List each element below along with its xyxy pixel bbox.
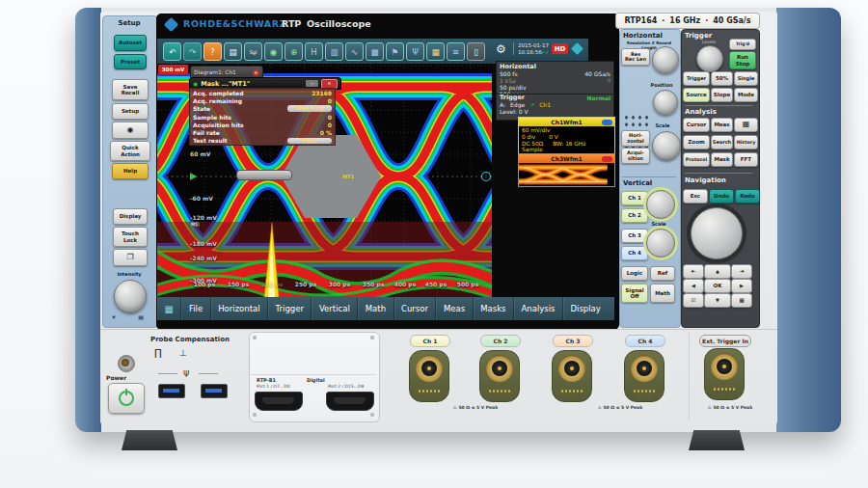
help-icon[interactable]: ? xyxy=(203,42,222,61)
minimize-icon[interactable]: — xyxy=(306,80,318,87)
display-icon[interactable]: ▩ xyxy=(366,42,384,61)
close-icon[interactable]: ✕ xyxy=(253,69,259,76)
checkbox-key-icon[interactable]: ☑ xyxy=(683,293,704,308)
up-key-icon[interactable]: ▲ xyxy=(704,264,731,279)
menu-item-masks[interactable]: Masks xyxy=(473,297,513,320)
meas-button[interactable]: Meas xyxy=(711,118,733,132)
ok-key[interactable]: OK xyxy=(704,279,731,293)
undo-button[interactable]: Undo xyxy=(709,189,734,203)
ref-button[interactable]: Ref xyxy=(650,266,675,281)
navigation-knob[interactable] xyxy=(691,207,743,259)
menu-item-horizontal[interactable]: Horizontal xyxy=(210,297,267,320)
single-acquisition-icon[interactable]: Sgl xyxy=(244,42,262,61)
trigger-level-marker[interactable] xyxy=(190,173,197,180)
menu-item-file[interactable]: File xyxy=(180,297,209,320)
home-key-icon[interactable]: ⇤ xyxy=(683,264,704,279)
preset-button[interactable]: Preset xyxy=(114,54,147,69)
waveform-icon[interactable]: ∿ xyxy=(345,42,364,61)
logic-button[interactable]: Logic xyxy=(621,266,648,281)
mask-button[interactable]: Mask xyxy=(711,152,733,167)
ch1-bandwidth: BW: 16 GHz xyxy=(553,141,585,148)
vertical-scale-knob[interactable] xyxy=(646,229,675,258)
menu-item-math[interactable]: Math xyxy=(357,297,393,320)
protocol-button[interactable]: Protocol xyxy=(683,152,710,167)
acquisition-button[interactable]: Acqui- sition xyxy=(621,148,650,164)
mask-position-slider[interactable] xyxy=(236,170,292,180)
left-key-icon[interactable]: ◀ xyxy=(683,279,704,293)
run-stop-button[interactable]: Run Stop xyxy=(729,51,756,69)
horizontal-position-knob[interactable] xyxy=(653,90,678,115)
menu-item-cursor[interactable]: Cursor xyxy=(393,297,436,320)
channel4-button[interactable]: Ch 4 xyxy=(621,246,648,260)
zoom-button[interactable]: Zoom xyxy=(683,135,710,149)
single-button[interactable]: Single xyxy=(734,71,758,86)
record-length-knob[interactable] xyxy=(652,46,679,73)
touch-lock-button[interactable]: Touch Lock xyxy=(113,227,148,247)
quick-action-button[interactable]: Quick Action xyxy=(110,141,150,161)
power-button[interactable] xyxy=(108,383,145,414)
screenshot-icon[interactable]: ◉ xyxy=(264,42,283,61)
trigger-level-knob[interactable] xyxy=(696,45,723,72)
divider xyxy=(685,105,752,106)
setup-button[interactable]: Setup xyxy=(112,103,149,120)
search-icon[interactable]: H xyxy=(305,42,323,61)
res-reclen-button[interactable]: Res Rec Len xyxy=(621,48,650,66)
display-button[interactable]: Display xyxy=(113,208,148,225)
demod-icon[interactable]: Ψ xyxy=(406,42,424,61)
history-button[interactable]: History xyxy=(734,135,758,149)
source-button[interactable]: Source xyxy=(683,88,710,102)
save-recall-button[interactable]: Save Recall xyxy=(112,79,149,100)
open-file-icon[interactable]: ▤ xyxy=(224,42,242,61)
menu-item-display[interactable]: Display xyxy=(562,297,608,320)
camera-icon[interactable]: ◉ xyxy=(112,122,149,139)
zoom-icon[interactable]: ⊕ xyxy=(285,42,303,61)
right-key-icon[interactable]: ▶ xyxy=(731,279,752,293)
menu-item-meas[interactable]: Meas xyxy=(435,297,472,320)
cascade-windows-icon[interactable]: ❐ xyxy=(113,249,148,266)
fifty-percent-button[interactable]: 50% xyxy=(711,71,733,86)
search-button[interactable]: Search xyxy=(711,135,733,149)
x-axis-label: 100 ps xyxy=(190,281,219,287)
clipboard-icon[interactable]: ▯ xyxy=(467,42,485,61)
signal-off-button[interactable]: Signal Off xyxy=(621,284,648,303)
autoset-button[interactable]: Autoset xyxy=(114,35,147,51)
channel3-button[interactable]: Ch 3 xyxy=(621,229,648,243)
annotation-icon[interactable]: ⚑ xyxy=(386,42,404,61)
slope-button[interactable]: Slope xyxy=(711,88,733,102)
redo-button[interactable]: Redo xyxy=(735,189,760,203)
position-label: Position xyxy=(642,82,681,88)
print-icon[interactable]: ≡ xyxy=(447,42,465,61)
bus-icon[interactable]: ▦ xyxy=(426,42,445,61)
end-key-icon[interactable]: ⇥ xyxy=(731,264,752,279)
math-button[interactable]: Math xyxy=(650,284,675,303)
intensity-knob[interactable] xyxy=(114,280,147,312)
channel1-button[interactable]: Ch 1 xyxy=(621,191,648,205)
menu-key-icon[interactable]: ▦ xyxy=(731,293,752,308)
vertical-position-knob[interactable] xyxy=(646,190,675,219)
ch3-signal-box[interactable]: Ch3Wfm1 xyxy=(518,153,615,187)
mode-button[interactable]: Mode xyxy=(734,88,758,102)
close-icon[interactable]: ✕ xyxy=(321,79,338,89)
minimize-icon[interactable] xyxy=(602,120,612,125)
trigger-button[interactable]: Trigger xyxy=(683,71,710,86)
fft-button[interactable]: FFT xyxy=(734,152,758,167)
ch1-signal-box[interactable]: Ch1Wfm1 60 mV/div 0 div0 V DC 50ΩBW: 16 … xyxy=(518,117,615,154)
close-icon[interactable] xyxy=(602,156,612,162)
settings-gear-icon[interactable]: ⚙ xyxy=(496,42,506,56)
redo-icon[interactable]: ↷ xyxy=(183,42,202,61)
menu-item-analysis[interactable]: Analysis xyxy=(513,297,562,320)
down-key-icon[interactable]: ▼ xyxy=(704,293,731,308)
esc-button[interactable]: Esc xyxy=(683,189,708,203)
horizontal-button[interactable]: Hori- zontal xyxy=(621,130,650,147)
undo-icon[interactable]: ↶ xyxy=(163,42,181,61)
horizontal-scale-knob[interactable] xyxy=(652,131,681,160)
histogram-icon[interactable]: ▥ xyxy=(325,42,343,61)
apps-grid-icon[interactable]: ▦ xyxy=(157,297,180,320)
brand-text: ROHDE&SCHWARZ xyxy=(183,18,286,29)
menu-item-trigger[interactable]: Trigger xyxy=(267,297,311,320)
menu-item-vertical[interactable]: Vertical xyxy=(311,297,357,320)
help-button[interactable]: Help xyxy=(112,163,149,179)
apps-grid-button[interactable]: ▦ xyxy=(734,118,758,132)
cursor-button[interactable]: Cursor xyxy=(683,118,710,132)
horizontal-signal-box[interactable]: Horizontal 500 fs40 GSa/s 1 kSaII 50 ps/… xyxy=(496,61,614,95)
